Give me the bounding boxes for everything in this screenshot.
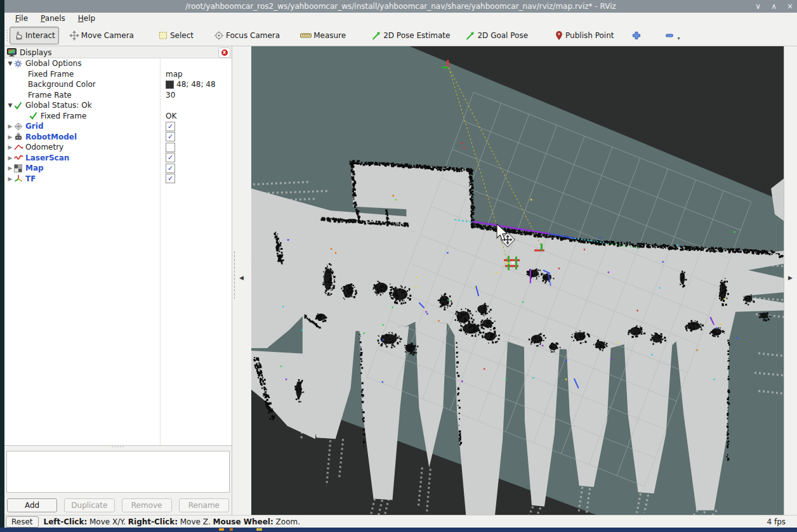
toolbar-goal-pose-button[interactable]: 2D Goal Pose	[461, 27, 532, 44]
toolbar-remove-tool-button[interactable]: ▾	[661, 27, 683, 44]
panel-viewport-splitter[interactable]: ◀	[232, 46, 251, 515]
remove-button: Remove	[122, 498, 172, 512]
chevron-collapsed-icon[interactable]: ▶	[6, 144, 14, 150]
chevron-collapsed-icon[interactable]: ▶	[6, 134, 14, 140]
add-button[interactable]: Add	[7, 498, 57, 512]
maximize-button[interactable]: ∧	[771, 0, 777, 13]
tree-row-grid[interactable]: ▶Grid✓	[4, 121, 232, 132]
tf-icon	[14, 174, 25, 183]
chevron-expanded-icon[interactable]: ▼	[6, 102, 14, 108]
displays-tree: ▼Global OptionsFixed FramemapBackground …	[4, 58, 232, 446]
tree-row-robotmodel[interactable]: ▶RobotModel✓	[4, 132, 232, 143]
tree-row-fixed-frame[interactable]: Fixed FrameOK	[4, 111, 232, 122]
status-bar: Reset Left-Click: Move X/Y. Right-Click:…	[4, 515, 797, 528]
enable-checkbox[interactable]: ✓	[166, 122, 175, 131]
desktop-edge	[0, 0, 4, 532]
rviz-window: /root/yahboomcar_ros2_ws/yahboomcar_ws/i…	[4, 0, 797, 528]
tree-label: Global Status: Ok	[25, 101, 92, 110]
toolbar-label: Focus Camera	[226, 31, 280, 40]
displays-buttons: AddDuplicateRemoveRename	[6, 498, 230, 512]
chevron-collapsed-icon[interactable]: ▶	[6, 165, 14, 171]
toolbar-label: 2D Pose Estimate	[383, 31, 450, 40]
tree-value[interactable]: 48; 48; 48	[176, 80, 216, 89]
map-scene[interactable]	[251, 46, 784, 515]
toolbar-label: Measure	[313, 31, 346, 40]
enable-checkbox[interactable]: ✓	[166, 174, 175, 183]
toolbar-publish-point-button[interactable]: Publish Point	[551, 27, 617, 44]
gear-icon	[14, 60, 25, 68]
taskbar-pixel	[230, 528, 233, 531]
toolbar-label: Move Camera	[81, 31, 134, 40]
chevron-collapsed-icon[interactable]: ▶	[6, 123, 14, 129]
tree-row-fixed-frame[interactable]: Fixed Framemap	[4, 69, 232, 80]
menu-bar: FilePanelsHelp	[4, 13, 797, 25]
tree-value[interactable]: OK	[166, 112, 176, 120]
toolbar-move-camera-button[interactable]: Move Camera	[65, 27, 138, 44]
chevron-collapsed-icon[interactable]: ▶	[6, 155, 14, 161]
color-swatch[interactable]	[166, 81, 174, 89]
right-panel-strip[interactable]: ▶	[784, 46, 797, 515]
toolbar-label: Publish Point	[565, 31, 614, 40]
tree-row-global-status-ok[interactable]: ▼Global Status: Ok	[4, 100, 232, 111]
taskbar-edge	[0, 528, 797, 532]
menu-file[interactable]: File	[9, 13, 34, 24]
toolbar-pose-estimate-button[interactable]: 2D Pose Estimate	[367, 27, 454, 44]
enable-checkbox[interactable]	[166, 143, 175, 152]
minimize-button[interactable]: ∨	[755, 0, 761, 13]
focus-icon	[214, 30, 224, 41]
tree-row-tf[interactable]: ▶TF✓	[4, 174, 232, 185]
robot-icon	[14, 133, 25, 141]
enable-checkbox[interactable]: ✓	[166, 153, 175, 162]
chevron-collapsed-icon[interactable]: ▶	[6, 176, 14, 182]
menu-panels[interactable]: Panels	[34, 13, 72, 24]
tree-row-map[interactable]: ▶Map✓	[4, 163, 232, 174]
tree-row-odometry[interactable]: ▶Odometry	[4, 142, 232, 153]
toolbar-measure-button[interactable]: Measure	[296, 27, 350, 44]
menu-help[interactable]: Help	[72, 13, 102, 24]
toolbar-label: Interact	[25, 31, 55, 40]
taskbar-pixel	[256, 528, 262, 531]
3d-viewport[interactable]	[251, 46, 784, 515]
enable-checkbox[interactable]: ✓	[166, 132, 175, 141]
check-icon	[14, 101, 25, 110]
tree-value[interactable]: map	[166, 70, 183, 79]
collapse-left-icon[interactable]: ◀	[239, 275, 244, 281]
close-button[interactable]: ×	[787, 0, 793, 13]
chevron-expanded-icon[interactable]: ▼	[6, 60, 14, 67]
tree-label: Frame Rate	[28, 91, 72, 100]
map-icon	[14, 164, 25, 172]
minus-icon	[664, 30, 675, 41]
select-icon	[158, 30, 168, 41]
enable-checkbox[interactable]: ✓	[166, 164, 175, 173]
window-title: /root/yahboomcar_ros2_ws/yahboomcar_ws/i…	[4, 2, 797, 11]
tree-row-frame-rate[interactable]: Frame Rate30	[4, 90, 232, 101]
expand-right-icon[interactable]: ▶	[788, 275, 793, 281]
displays-panel: Displays x ▼Global OptionsFixed Framemap…	[4, 46, 232, 515]
grid-icon	[14, 122, 25, 131]
taskbar-pixel	[219, 528, 224, 531]
check-icon	[29, 112, 41, 120]
chevron-down-icon[interactable]: ▾	[677, 36, 680, 41]
odometry-icon	[14, 143, 25, 151]
tree-label: Fixed Frame	[28, 70, 74, 79]
toolbar-add-tool-button[interactable]	[628, 27, 645, 44]
close-icon: x	[221, 49, 228, 56]
tree-row-global-options[interactable]: ▼Global Options	[4, 58, 232, 69]
displays-panel-header[interactable]: Displays x	[4, 46, 232, 58]
toolbar-select-button[interactable]: Select	[154, 27, 197, 44]
splitter-grip[interactable]	[234, 250, 235, 299]
tree-row-background-color[interactable]: Background Color48; 48; 48	[4, 79, 232, 90]
tree-value[interactable]: 30	[166, 91, 175, 100]
tree-label: Grid	[25, 122, 43, 131]
tree-row-laserscan[interactable]: ▶LaserScan✓	[4, 153, 232, 164]
tree-label: Map	[25, 164, 44, 172]
displays-panel-close-button[interactable]: x	[218, 48, 230, 58]
reset-button[interactable]: Reset	[6, 516, 39, 528]
rename-button: Rename	[179, 498, 229, 512]
mouse-hints: Left-Click: Move X/Y. Right-Click: Move …	[44, 517, 762, 526]
fps-counter: 4 fps	[767, 517, 786, 526]
titlebar[interactable]: /root/yahboomcar_ros2_ws/yahboomcar_ws/i…	[4, 0, 797, 13]
panel-splitter-handle[interactable]	[4, 446, 232, 451]
toolbar-focus-camera-button[interactable]: Focus Camera	[210, 27, 284, 44]
toolbar-interact-button[interactable]: Interact	[10, 27, 59, 44]
